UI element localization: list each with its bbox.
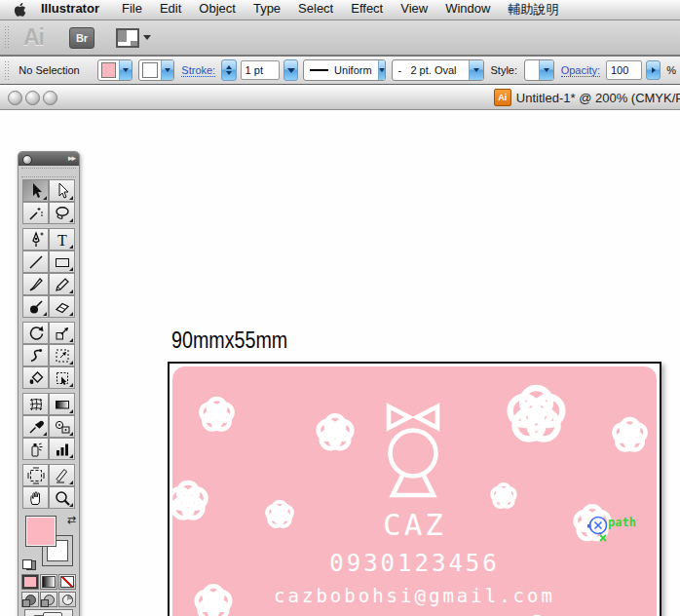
tool-symbol-sprayer[interactable] xyxy=(22,438,49,460)
paintbrush-icon xyxy=(26,275,46,294)
doll-mascot-graphic[interactable] xyxy=(384,402,442,499)
menu-item-edit[interactable]: Edit xyxy=(151,1,190,19)
stroke-weight-dropdown[interactable] xyxy=(283,59,298,81)
card-name-text[interactable]: CAZ xyxy=(172,507,657,542)
flower-ornament[interactable] xyxy=(610,415,650,459)
document-titlebar[interactable]: Ai Untitled-1* @ 200% (CMYK/P xyxy=(0,86,680,110)
fill-color-swatch xyxy=(101,62,117,78)
tool-gradient[interactable] xyxy=(49,393,75,415)
color-mode-button[interactable] xyxy=(21,574,39,590)
fill-indicator[interactable] xyxy=(25,516,57,547)
opacity-dropdown[interactable] xyxy=(646,60,661,80)
apple-menu-icon[interactable] xyxy=(14,3,26,18)
paint-mode-row xyxy=(19,574,79,590)
menu-item-select[interactable]: Select xyxy=(289,1,342,19)
drag-grip[interactable] xyxy=(4,60,9,80)
control-bar: No Selection Stroke: 1 pt Uniform - 2 pt… xyxy=(0,57,680,85)
mesh-icon xyxy=(26,395,46,414)
close-window-button[interactable] xyxy=(8,91,22,105)
draw-normal-button[interactable] xyxy=(21,592,39,607)
card-background[interactable]: CAZ 0930123456 cazbobohsi@gmail.com path xyxy=(172,366,657,616)
menu-item-help[interactable]: 輔助說明 xyxy=(499,1,567,19)
menu-item-effect[interactable]: Effect xyxy=(342,1,392,19)
menu-item-view[interactable]: View xyxy=(392,1,436,19)
menu-item-file[interactable]: File xyxy=(113,1,151,19)
tool-hand[interactable] xyxy=(22,486,49,509)
width-profile-dropdown[interactable]: - 2 pt. Oval xyxy=(392,59,484,81)
stroke-color-dropdown[interactable] xyxy=(138,59,174,81)
tool-mesh[interactable] xyxy=(22,393,49,415)
dimension-text-object[interactable]: 90mmx55mm xyxy=(171,327,287,354)
gradient-mode-button[interactable] xyxy=(40,574,57,590)
screen-mode-button[interactable] xyxy=(24,609,73,616)
tool-magic-wand[interactable] xyxy=(22,202,49,224)
menu-item-window[interactable]: Window xyxy=(436,1,499,19)
tool-pen[interactable] xyxy=(22,228,49,250)
tool-eyedropper[interactable] xyxy=(22,415,49,438)
draw-behind-button[interactable] xyxy=(40,592,57,607)
style-dropdown[interactable] xyxy=(524,59,554,81)
tool-line-segment[interactable] xyxy=(22,250,49,273)
card-email-text[interactable]: cazbobohsi@gmail.com xyxy=(172,585,657,606)
color-chip xyxy=(23,576,37,588)
default-fill-stroke-icon[interactable] xyxy=(22,559,36,570)
selection-status: No Selection xyxy=(19,64,90,76)
opacity-panel-link[interactable]: Opacity: xyxy=(561,64,600,77)
style-label: Style: xyxy=(491,64,518,76)
document-canvas[interactable]: 90mmx55mm CAZ 0930123456 cazbobohsi@gmai… xyxy=(0,110,680,616)
tool-artboard[interactable] xyxy=(22,464,49,486)
fill-stroke-control: ⇄ xyxy=(19,512,79,572)
tool-zoom[interactable] xyxy=(49,486,75,509)
tool-column-graph[interactable] xyxy=(49,438,75,460)
minimize-window-button[interactable] xyxy=(25,91,40,105)
none-mode-button[interactable] xyxy=(58,574,76,590)
stroke-panel-link[interactable]: Stroke: xyxy=(181,64,215,77)
tool-rotate[interactable] xyxy=(22,322,49,344)
tool-scale[interactable] xyxy=(49,322,75,344)
tool-lasso[interactable] xyxy=(49,202,75,224)
swap-fill-stroke-icon[interactable]: ⇄ xyxy=(67,514,76,526)
go-to-bridge-button[interactable]: Br xyxy=(69,27,94,49)
card-phone-text[interactable]: 0930123456 xyxy=(172,550,657,577)
symbol-sprayer-icon xyxy=(26,440,46,459)
stroke-weight-stepper[interactable] xyxy=(221,59,236,81)
tool-warp[interactable] xyxy=(22,344,49,366)
collapse-palette-icon[interactable]: ▸▸ xyxy=(68,153,75,163)
business-card-artwork[interactable]: CAZ 0930123456 cazbobohsi@gmail.com path xyxy=(168,362,661,616)
close-palette-button[interactable] xyxy=(22,155,32,165)
draw-inside-button[interactable] xyxy=(58,592,76,607)
tool-live-paint-bucket[interactable] xyxy=(22,366,49,389)
tools-palette: ▸▸ T ⇄ xyxy=(18,151,80,616)
arrange-documents-button[interactable] xyxy=(116,28,151,48)
fill-color-dropdown[interactable] xyxy=(97,59,133,81)
tool-pencil[interactable] xyxy=(49,273,75,295)
tool-paintbrush[interactable] xyxy=(22,273,49,295)
chevron-down-icon xyxy=(119,60,132,80)
warp-icon xyxy=(26,346,46,366)
tool-selection[interactable] xyxy=(22,179,49,202)
menu-item-illustrator[interactable]: Illustrator xyxy=(32,1,113,19)
tool-blob-brush[interactable] xyxy=(22,295,49,318)
flower-ornament[interactable] xyxy=(197,395,237,439)
tool-type[interactable]: T xyxy=(49,228,75,250)
menu-item-object[interactable]: Object xyxy=(190,1,245,19)
drag-grip[interactable] xyxy=(4,25,10,50)
tool-blend[interactable] xyxy=(49,415,75,438)
stroke-weight-field[interactable]: 1 pt xyxy=(241,60,280,80)
tool-rectangle[interactable] xyxy=(49,250,75,273)
tool-slice[interactable] xyxy=(49,464,75,486)
menu-item-type[interactable]: Type xyxy=(245,1,289,19)
zoom-window-button[interactable] xyxy=(43,91,57,105)
flower-ornament[interactable] xyxy=(314,411,357,458)
tool-eraser[interactable] xyxy=(49,295,75,318)
palette-grip[interactable] xyxy=(21,168,76,177)
palette-titlebar[interactable]: ▸▸ xyxy=(19,152,79,166)
tool-direct-selection[interactable] xyxy=(49,179,75,202)
flower-ornament[interactable] xyxy=(505,383,568,450)
opacity-field[interactable]: 100 xyxy=(606,60,642,80)
tool-live-paint-selection[interactable] xyxy=(49,366,75,389)
brush-definition-dropdown[interactable]: Uniform xyxy=(303,59,385,81)
smart-guide-label: path xyxy=(608,516,636,529)
tool-free-transform[interactable] xyxy=(49,344,75,366)
drawing-mode-row xyxy=(19,592,79,607)
